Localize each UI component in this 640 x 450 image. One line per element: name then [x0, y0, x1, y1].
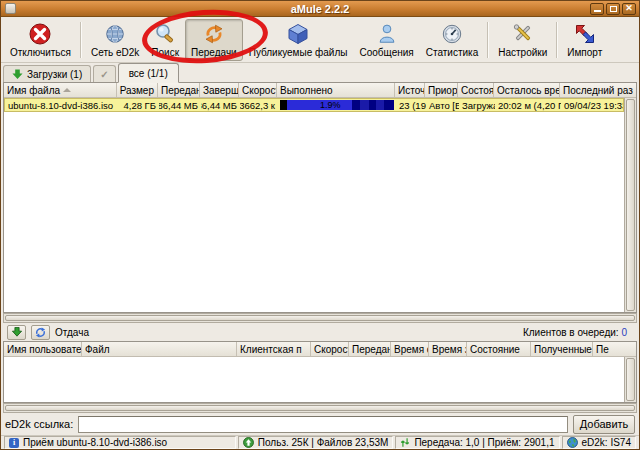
ed2k-network-icon [103, 22, 127, 46]
toolbar-button-transfers[interactable]: Передачи [185, 19, 243, 61]
status-rates-segment: Передача: 1,0 | Приём: 2901,1 [395, 436, 559, 449]
toolbar-label: Публикуемые файлы [249, 47, 348, 58]
toolbar-button-messages[interactable]: Сообщения [353, 19, 419, 61]
column-header-wait-time[interactable]: Время о [391, 342, 429, 356]
toolbar-label: Настройки [498, 47, 547, 58]
cell-status: Загружа [459, 99, 495, 111]
toolbar-button-preferences[interactable]: Настройки [492, 19, 553, 61]
ed2k-link-input[interactable] [78, 416, 568, 433]
downloads-header-segment[interactable]: Загрузки (1) [3, 65, 91, 83]
scrollbar-thumb[interactable] [5, 405, 635, 411]
column-header-progress[interactable]: Выполнено [277, 83, 395, 97]
toolbar-button-import[interactable]: Импорт [561, 19, 608, 61]
column-header-completed[interactable]: Завершё [200, 83, 239, 97]
cell-speed: 3662,3 к [240, 99, 278, 111]
column-header-uploaded-parts[interactable]: Пе [593, 342, 636, 356]
toolbar: Отключиться Сеть eD2k Поиск Передачи Пу [1, 17, 639, 63]
toolbar-label: Сеть eD2k [91, 47, 139, 58]
cell-priority: Авто [В [426, 99, 459, 111]
sort-ascending-icon [63, 88, 71, 92]
checkmark-icon: ✓ [100, 69, 108, 80]
column-header-filename[interactable]: Имя файла [4, 83, 117, 97]
uploads-table: Имя пользователя Файл Клиентская п Скоро… [3, 341, 637, 403]
cell-last-seen: 09/04/23 19:33:0 [561, 99, 623, 111]
tab-all-label: все (1/1) [129, 68, 168, 79]
cell-completed: 86,44 МБ [201, 99, 240, 111]
cell-sources: 23 (19 [396, 99, 426, 111]
toolbar-label: Статистика [426, 47, 479, 58]
column-header-transferred[interactable]: Передан [349, 342, 391, 356]
status-bar: i Приём ubuntu-8.10-dvd-i386.iso Польз. … [1, 435, 639, 449]
column-header-speed[interactable]: Скорост [239, 83, 277, 97]
column-header-obtained-parts[interactable]: Полученные ч [531, 342, 593, 356]
scrollbar-thumb[interactable] [5, 315, 635, 321]
downloads-tab-row: Загрузки (1) ✓ все (1/1) [3, 63, 637, 83]
downloads-arrow-icon [12, 69, 23, 80]
network-globe-icon [567, 437, 578, 448]
column-header-transferred[interactable]: Передан [158, 83, 200, 97]
download-row-selected[interactable]: ubuntu-8.10-dvd-i386.iso 4,28 ГБ 86,44 М… [4, 98, 624, 112]
status-network-segment: eD2k: IS74 [562, 436, 636, 449]
users-files-icon [243, 437, 254, 448]
toolbar-button-statistics[interactable]: Статистика [420, 19, 485, 61]
up-down-arrows-icon [400, 437, 410, 448]
downloads-vertical-scrollbar[interactable] [624, 98, 636, 312]
uploads-vertical-scrollbar[interactable] [624, 357, 636, 402]
column-header-sources[interactable]: Источ [395, 83, 425, 97]
add-link-button[interactable]: Добавить [573, 415, 635, 434]
progress-bar: 1.9% [280, 100, 394, 110]
toolbar-label: Поиск [151, 47, 179, 58]
shared-files-cube-icon [286, 22, 310, 46]
toolbar-button-networks[interactable]: Сеть eD2k [85, 19, 145, 61]
downloads-horizontal-scrollbar[interactable] [3, 313, 637, 323]
cell-progress: 1.9% [278, 99, 396, 111]
toolbar-separator [487, 22, 489, 58]
uploads-view-button[interactable] [31, 325, 50, 340]
toolbar-label: Передачи [191, 47, 237, 58]
circular-arrows-icon [35, 327, 46, 338]
column-header-priority[interactable]: Приори [425, 83, 458, 97]
tab-all-categories[interactable]: все (1/1) [118, 63, 179, 83]
downloads-view-button[interactable] [7, 325, 26, 340]
uploads-table-header: Имя пользователя Файл Клиентская п Скоро… [4, 342, 636, 357]
uploads-horizontal-scrollbar[interactable] [3, 403, 637, 413]
column-header-size[interactable]: Размер [117, 83, 158, 97]
ed2k-link-bar: eD2k ссылка: Добавить [1, 413, 639, 435]
cell-filename: ubuntu-8.10-dvd-i386.iso [5, 99, 118, 111]
cell-time-remaining: 20:02 м (4,20 ГБ [495, 99, 561, 111]
column-header-time-remaining[interactable]: Осталось врем [494, 83, 560, 97]
column-header-client[interactable]: Клиентская п [237, 342, 311, 356]
cell-transferred: 86,44 МБ [159, 99, 201, 111]
status-log-text: Приём ubuntu-8.10-dvd-i386.iso [23, 437, 167, 448]
rates-text: Передача: 1,0 | Приём: 2901,1 [414, 437, 554, 448]
toolbar-button-disconnect[interactable]: Отключиться [4, 19, 77, 61]
column-header-speed[interactable]: Скорост [311, 342, 349, 356]
column-header-file[interactable]: Файл [82, 342, 237, 356]
scrollbar-thumb[interactable] [626, 99, 635, 311]
column-header-last-seen[interactable]: Последний раз [560, 83, 636, 97]
show-clients-toggle[interactable]: ✓ [93, 65, 115, 83]
toolbar-label: Импорт [567, 47, 602, 58]
column-header-username[interactable]: Имя пользователя [4, 342, 82, 356]
column-header-upload-time[interactable]: Время з [429, 342, 467, 356]
toolbar-button-search[interactable]: Поиск [145, 19, 185, 61]
titlebar[interactable]: aMule 2.2.2 ✕ [1, 1, 639, 17]
status-log-segment: i Приём ubuntu-8.10-dvd-i386.iso [4, 436, 236, 449]
column-header-status[interactable]: Состояни [458, 83, 494, 97]
upload-section-label: Отдача [55, 327, 89, 338]
search-icon [153, 22, 177, 46]
column-header-status[interactable]: Состояние [467, 342, 531, 356]
transfers-icon [202, 22, 226, 46]
toolbar-label: Отключиться [10, 47, 71, 58]
amule-window: aMule 2.2.2 ✕ Отключиться Сеть eD2k Поис… [0, 0, 640, 450]
statistics-gauge-icon [440, 22, 464, 46]
toolbar-label: Сообщения [359, 47, 413, 58]
clients-queue-label: Клиентов в очереди: 0 [523, 327, 633, 338]
status-users-files-segment: Польз. 25К | Файлов 23,53М [238, 436, 394, 449]
users-files-text: Польз. 25К | Файлов 23,53М [258, 437, 389, 448]
toolbar-button-shared-files[interactable]: Публикуемые файлы [243, 19, 354, 61]
scrollbar-thumb[interactable] [626, 358, 635, 401]
downloads-table: Имя файла Размер Передан Завершё Скорост… [3, 82, 637, 313]
cell-size: 4,28 ГБ [118, 99, 159, 111]
green-down-arrow-icon [12, 327, 22, 337]
